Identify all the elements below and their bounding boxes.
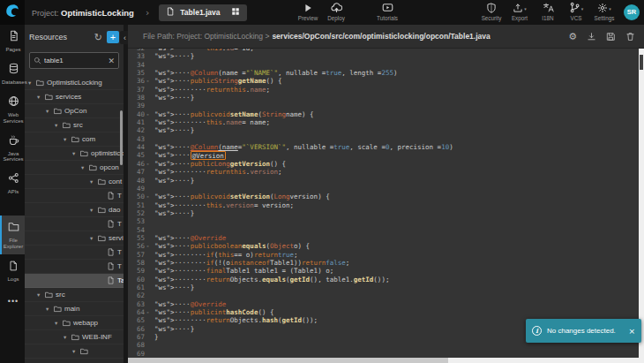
tree-file-row[interactable]: T — [25, 260, 124, 274]
tree-folder-row[interactable]: ▾OptimisticLocking — [25, 76, 124, 90]
tree-folder-row[interactable]: ▾com — [25, 132, 124, 147]
code-line[interactable]: 45"ws">····@Version — [128, 151, 639, 159]
tree-folder-row[interactable]: ▾main — [25, 302, 124, 316]
tree-folder-row[interactable]: ▾services — [25, 90, 124, 104]
tree-file-row[interactable]: T — [25, 189, 124, 203]
code-line[interactable]: 38"ws">····} — [128, 94, 639, 102]
security-button[interactable]: Security — [480, 3, 503, 21]
deploy-button[interactable]: Deploy — [325, 3, 348, 21]
fold-marker[interactable]: - — [145, 77, 151, 85]
code-line[interactable]: 35"ws">····@Column(name = "`NAME`", null… — [128, 69, 639, 77]
tree-folder-row[interactable]: ▾servi — [25, 231, 124, 246]
code-line[interactable]: 47"ws">········return this.version; — [128, 168, 639, 176]
code-line[interactable]: 48"ws">····} — [128, 177, 639, 185]
caret-down-icon[interactable]: ▾ — [37, 291, 45, 299]
refresh-icon[interactable]: ↻ — [94, 32, 102, 43]
fold-marker[interactable]: - — [145, 110, 151, 118]
editor-horizontal-scrollbar[interactable] — [128, 358, 644, 363]
tree-folder-row[interactable]: ▾dao — [25, 203, 124, 217]
caret-down-icon[interactable]: ▾ — [37, 94, 45, 101]
add-resource-button[interactable]: + — [107, 31, 119, 43]
code-line[interactable]: 64-"ws">····public int hashCode() { — [128, 308, 639, 316]
editor-vertical-scrollbar[interactable] — [639, 49, 644, 358]
caret-down-icon[interactable]: ▾ — [46, 306, 54, 313]
caret-down-icon[interactable]: ▾ — [72, 348, 80, 355]
rail-item-java-services[interactable]: Java Services — [0, 129, 25, 168]
vcs-button[interactable]: ▾VCS — [565, 3, 588, 21]
code-line[interactable]: 40-"ws">····public void setName(String n… — [128, 110, 639, 118]
code-line[interactable]: 63"ws">····@Override — [128, 300, 639, 308]
code-line[interactable]: 54 — [128, 226, 639, 234]
app-logo[interactable] — [0, 0, 25, 25]
tree-folder-row[interactable]: ▾src — [25, 288, 124, 302]
caret-down-icon[interactable]: ▾ — [72, 150, 80, 157]
caret-down-icon[interactable]: ▾ — [55, 122, 63, 129]
horizontal-scrollbar-thumb[interactable] — [128, 358, 448, 363]
caret-down-icon[interactable]: ▾ — [46, 108, 54, 115]
tree-folder-row[interactable]: ▾cont — [25, 175, 124, 189]
code-line[interactable]: 37"ws">········return this.name; — [128, 86, 639, 94]
user-avatar[interactable]: SR — [624, 4, 640, 20]
caret-down-icon[interactable]: ▾ — [64, 136, 71, 143]
vertical-scrollbar-thumb[interactable] — [640, 55, 643, 70]
tree-file-row[interactable]: Table — [25, 274, 124, 288]
code-line[interactable]: 43 — [128, 135, 639, 143]
tree-folder-row[interactable]: ▾OpCon — [25, 104, 124, 118]
tree-file-row[interactable]: T — [25, 217, 124, 231]
code-line[interactable]: 57"ws">········if (this == o) return tru… — [128, 251, 639, 259]
caret-down-icon[interactable]: ▾ — [28, 79, 36, 87]
i18n-button[interactable]: I18N — [536, 3, 559, 21]
tree-folder-row[interactable]: ▾ — [25, 344, 124, 359]
grid-icon[interactable] — [231, 7, 240, 18]
tree-folder-row[interactable]: ▾src — [25, 118, 124, 132]
caret-down-icon[interactable]: ▾ — [81, 164, 89, 171]
code-line[interactable]: 69 — [128, 350, 639, 358]
save-icon[interactable] — [606, 32, 616, 42]
project-name[interactable]: OptimisticLocking — [61, 8, 134, 18]
code-line[interactable]: 34 — [128, 61, 639, 69]
code-line[interactable]: 56-"ws">····public boolean equals(Object… — [128, 242, 639, 250]
caret-down-icon[interactable]: ▾ — [55, 320, 63, 327]
code-line[interactable]: 50-"ws">····public void setVersion(Long … — [128, 193, 639, 200]
search-input[interactable]: table1 — [44, 57, 105, 64]
tutorials-button[interactable]: Tutorials — [376, 3, 399, 21]
rail-item-pages[interactable]: Pages — [0, 25, 25, 57]
settings-button[interactable]: ▾Settings — [593, 3, 616, 21]
tree-folder-row[interactable]: ▾WEB-INF — [25, 330, 124, 344]
clear-search-icon[interactable]: ✕ — [108, 57, 115, 65]
export-button[interactable]: ▾Export — [508, 3, 531, 21]
toast-close-icon[interactable]: × — [628, 327, 635, 336]
caret-down-icon[interactable]: ▾ — [90, 235, 98, 242]
caret-down-icon[interactable]: ▾ — [64, 334, 71, 341]
tree-folder-row[interactable]: ▾webapp — [25, 316, 124, 330]
resource-search-box[interactable]: table1 ✕ — [29, 52, 119, 69]
file-settings-gear-icon[interactable]: ⚙ — [568, 31, 577, 42]
code-line[interactable]: 39 — [128, 102, 639, 110]
code-line[interactable]: 61"ws">····} — [128, 284, 639, 291]
tree-scrollbar-thumb[interactable] — [120, 110, 123, 165]
code-line[interactable]: 46-"ws">····public Long getVersion() { — [128, 160, 639, 168]
code-line[interactable]: 53 — [128, 217, 639, 225]
preview-button[interactable]: Preview — [296, 3, 319, 21]
rail-item-web-services[interactable]: Web Services — [0, 90, 25, 129]
code-line[interactable]: 58"ws">········if (!(o instanceof Table1… — [128, 259, 639, 267]
code-editor[interactable]: 32"ws">········this.id = id;33"ws">····}… — [128, 49, 639, 358]
fold-marker[interactable]: - — [145, 308, 151, 316]
code-line[interactable]: 60"ws">········return Objects.equals(get… — [128, 276, 639, 284]
download-icon[interactable] — [587, 32, 596, 42]
tree-folder-row[interactable]: ▾opcon — [25, 161, 124, 175]
code-line[interactable]: 52"ws">····} — [128, 209, 639, 217]
tree-folder-row[interactable]: ▾optimisticloc — [25, 147, 124, 161]
rail-item-databases[interactable]: Databases — [0, 57, 25, 90]
open-file-tab[interactable]: Table1.java — [159, 4, 246, 21]
rail-item-more[interactable]: ••• — [0, 287, 25, 312]
rail-item-file-explorer[interactable]: File Explorer — [0, 216, 25, 254]
code-line[interactable]: 55"ws">····@Override — [128, 234, 639, 242]
code-line[interactable]: 44"ws">····@Column(name = "`VERSION`", n… — [128, 143, 639, 151]
tree-file-row[interactable]: T — [25, 246, 124, 260]
code-line[interactable]: 41"ws">········this.name = name; — [128, 118, 639, 126]
code-line[interactable]: 51"ws">········this.version = version; — [128, 201, 639, 209]
fold-marker[interactable]: - — [145, 160, 151, 168]
code-line[interactable]: 36-"ws">····public String getName() { — [128, 77, 639, 85]
code-line[interactable]: 33"ws">····} — [128, 52, 639, 60]
